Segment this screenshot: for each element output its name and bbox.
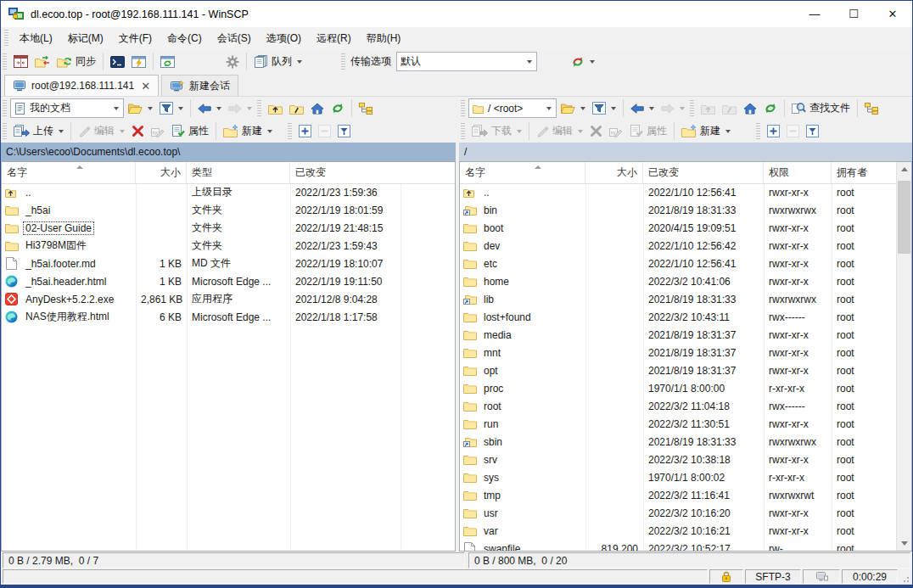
- synchronize-browsing-button[interactable]: [31, 52, 53, 71]
- file-row[interactable]: ..上级目录2022/1/23 1:59:36: [2, 183, 455, 201]
- file-row[interactable]: sys1970/1/1 8:00:02r-xr-xr-xroot: [460, 468, 897, 486]
- maximize-button[interactable]: ☐: [834, 1, 873, 27]
- file-row[interactable]: NAS使用教程.html6 KBMicrosoft Edge ...2022/1…: [2, 308, 455, 326]
- session-time-box[interactable]: 0:00:29: [842, 569, 898, 584]
- local-parent-directory-button[interactable]: [265, 98, 286, 118]
- transfer-gripper[interactable]: [341, 53, 345, 70]
- local-root-directory-button[interactable]: [286, 98, 307, 118]
- local-open-directory-button[interactable]: [124, 98, 156, 118]
- remote-back-button[interactable]: [627, 98, 658, 118]
- column-header-size[interactable]: 大小: [585, 162, 643, 183]
- file-row[interactable]: etc2022/1/10 12:56:41rwxr-xr-xroot: [460, 255, 897, 272]
- file-row[interactable]: home2022/3/2 10:41:06rwxr-xr-xroot: [460, 272, 897, 290]
- remote-path-bar[interactable]: /: [459, 143, 912, 161]
- transfer-mode-button[interactable]: [568, 52, 598, 71]
- column-header-permissions[interactable]: 权限: [764, 162, 832, 183]
- column-header-name[interactable]: 名字: [2, 162, 136, 183]
- local-properties-button[interactable]: 属性: [168, 121, 212, 141]
- local-nav-gripper[interactable]: [3, 100, 7, 117]
- scrollbar-thumb[interactable]: [898, 181, 910, 254]
- remote-nav-gripper2[interactable]: [690, 100, 694, 117]
- close-button[interactable]: ✕: [873, 1, 912, 27]
- local-refresh-button[interactable]: [328, 98, 348, 118]
- local-drive-combo[interactable]: 我的文档: [10, 98, 124, 118]
- menu-item-7[interactable]: 远程(R): [309, 28, 359, 49]
- remote-nav-gripper[interactable]: [461, 100, 465, 117]
- terminal-button[interactable]: [107, 52, 128, 71]
- remote-parent-directory-button[interactable]: [697, 98, 719, 118]
- local-new-button[interactable]: 新建: [220, 121, 276, 141]
- remote-sel-gripper[interactable]: [756, 123, 760, 140]
- toolbar-gripper[interactable]: [3, 53, 7, 70]
- file-row[interactable]: _h5ai.footer.md1 KBMD 文件2022/1/19 18:10:…: [2, 255, 455, 272]
- remote-root-directory-button[interactable]: [719, 98, 740, 118]
- file-row[interactable]: _h5ai文件夹2022/1/19 18:01:59: [2, 201, 455, 219]
- scroll-up-icon[interactable]: [897, 162, 911, 176]
- remote-dir-combo[interactable]: / <root>: [468, 98, 557, 118]
- local-edit-button[interactable]: 编辑: [75, 121, 128, 141]
- file-row[interactable]: bin2021/8/19 18:31:33rwxrwxrwxroot: [460, 201, 897, 219]
- remote-scrollbar[interactable]: [896, 162, 911, 551]
- file-row[interactable]: swapfile819,2002022/3/2 10:52:17rw-root: [460, 540, 897, 551]
- file-row[interactable]: lost+found2022/3/2 10:43:11rwx------root: [460, 308, 897, 326]
- remote-refresh-button[interactable]: [760, 98, 781, 118]
- menu-item-5[interactable]: 会话(S): [210, 28, 259, 49]
- file-row[interactable]: tmp2022/3/2 11:16:41rwxrwxrwtroot: [460, 486, 897, 504]
- minimize-button[interactable]: —: [795, 1, 834, 27]
- tab-new-session[interactable]: 新建会话: [161, 75, 238, 96]
- local-home-button[interactable]: [307, 98, 328, 118]
- download-button[interactable]: 下载: [468, 121, 525, 141]
- file-row[interactable]: _h5ai.header.html1 KBMicrosoft Edge ...2…: [2, 272, 455, 290]
- file-row[interactable]: opt2021/8/19 18:31:37rwxr-xr-xroot: [460, 361, 897, 379]
- file-row[interactable]: srv2022/3/2 10:38:18rwxr-xr-xroot: [460, 451, 897, 468]
- local-path-bar[interactable]: C:\Users\ecoo\Documents\dl.ecoo.top\: [1, 143, 456, 161]
- remote-delete-button[interactable]: [586, 121, 606, 141]
- menu-item-2[interactable]: 标记(M): [60, 28, 111, 49]
- local-sel-gripper[interactable]: [288, 123, 292, 140]
- column-header-size[interactable]: 大小: [136, 162, 187, 183]
- protocol-status-box[interactable]: SFTP-3: [745, 569, 801, 584]
- file-row[interactable]: proc1970/1/1 8:00:00r-xr-xr-xroot: [460, 379, 897, 397]
- commander-layout-button[interactable]: [10, 52, 31, 71]
- menu-item-4[interactable]: 命令(C): [160, 28, 210, 49]
- remote-filter-button[interactable]: [589, 98, 619, 118]
- file-row[interactable]: media2021/8/19 18:31:37rwxr-xr-xroot: [460, 326, 897, 344]
- file-row[interactable]: lib2021/8/19 18:31:33rwxrwxrwxroot: [460, 290, 897, 308]
- remote-open-directory-button[interactable]: [557, 98, 589, 118]
- local-nav-gripper2[interactable]: [257, 100, 261, 117]
- column-header-changed[interactable]: 已改变: [290, 162, 455, 183]
- connection-status-box[interactable]: [803, 569, 840, 584]
- synchronize-button[interactable]: 同步: [53, 52, 99, 71]
- local-rename-button[interactable]: xy: [148, 121, 168, 141]
- file-row[interactable]: run2022/3/2 11:30:51rwxr-xr-xroot: [460, 415, 897, 433]
- remote-properties-button[interactable]: 属性: [626, 121, 670, 141]
- file-row[interactable]: mnt2021/8/19 18:31:37rwxr-xr-xroot: [460, 344, 897, 361]
- column-header-owner[interactable]: 拥有者: [832, 162, 897, 183]
- resize-grip[interactable]: [899, 569, 910, 584]
- remote-cmd-gripper[interactable]: [461, 123, 465, 140]
- local-forward-button[interactable]: [225, 98, 255, 118]
- command-button[interactable]: [128, 52, 149, 71]
- file-row[interactable]: boot2020/4/15 19:09:51rwxr-xr-xroot: [460, 219, 897, 237]
- refresh-session-button[interactable]: [157, 52, 178, 71]
- file-row[interactable]: dev2022/1/10 12:56:42rwxr-xr-xroot: [460, 237, 897, 255]
- file-row[interactable]: ..2022/1/10 12:56:41rwxr-xr-xroot: [460, 183, 897, 201]
- column-header-changed[interactable]: 已改变: [643, 162, 764, 183]
- file-row[interactable]: root2022/3/2 11:04:18rwx------root: [460, 397, 897, 415]
- remote-select-button[interactable]: [764, 121, 783, 141]
- file-row[interactable]: sbin2021/8/19 18:31:33rwxrwxrwxroot: [460, 433, 897, 451]
- file-row[interactable]: var2022/3/2 10:16:21rwxr-xr-xroot: [460, 522, 897, 540]
- encryption-status-box[interactable]: [709, 569, 743, 584]
- menu-item-8[interactable]: 帮助(H): [359, 28, 409, 49]
- local-select-same-button[interactable]: [334, 121, 354, 141]
- find-files-button[interactable]: 查找文件: [788, 98, 854, 118]
- local-select-button[interactable]: [295, 121, 315, 141]
- local-filter-button[interactable]: [156, 98, 187, 118]
- preferences-button[interactable]: [222, 52, 243, 71]
- scroll-down-icon[interactable]: [897, 536, 911, 551]
- tab-session[interactable]: root@192.168.111.141 ✕: [4, 75, 159, 96]
- remote-rename-button[interactable]: xy: [606, 121, 626, 141]
- local-unselect-button[interactable]: [315, 121, 334, 141]
- remote-forward-button[interactable]: [658, 98, 688, 118]
- upload-button[interactable]: 上传: [10, 121, 67, 141]
